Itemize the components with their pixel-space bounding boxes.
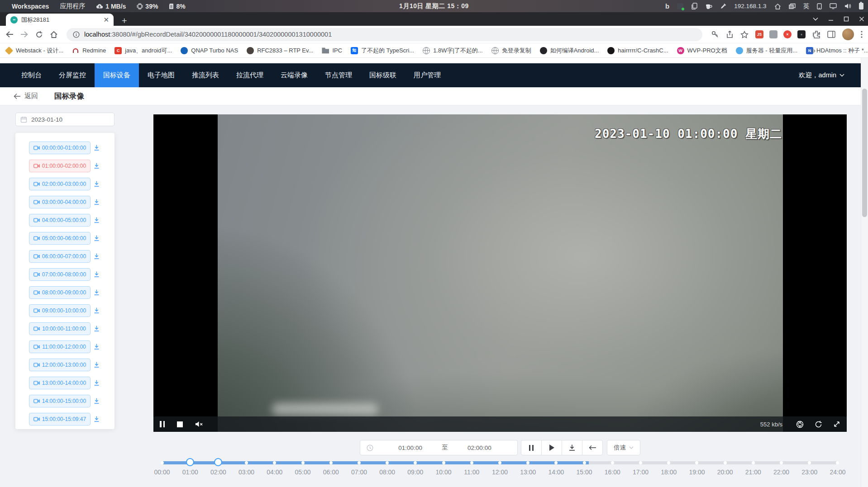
record-time-button[interactable]: 09:00:00-10:00:00: [29, 304, 91, 317]
ime-indicator[interactable]: 英: [803, 2, 810, 10]
record-download-button[interactable]: [93, 379, 100, 386]
record-download-button[interactable]: [93, 361, 100, 368]
key-icon[interactable]: [711, 30, 719, 38]
video-player[interactable]: 2023-01-10 01:00:00 星期二 552 kb/s: [153, 114, 847, 432]
record-time-button[interactable]: 03:00:00-04:00:00: [29, 196, 91, 208]
bookmark[interactable]: 服务器 - 轻量应用...: [736, 47, 797, 55]
applications-menu[interactable]: 应用程序: [60, 2, 85, 10]
pause-button[interactable]: [521, 440, 542, 455]
nav-tab[interactable]: 节点管理: [316, 63, 361, 87]
end-time-value[interactable]: 02:00:00: [448, 444, 511, 451]
record-download-button[interactable]: [93, 144, 100, 151]
nav-tab[interactable]: 云端录像: [272, 63, 316, 87]
site-info-icon[interactable]: [73, 31, 80, 38]
nav-tab[interactable]: 控制台: [13, 63, 50, 87]
record-time-button[interactable]: 02:00:00-03:00:00: [29, 178, 91, 190]
bookmark[interactable]: 如何编译Android...: [540, 47, 599, 55]
color-picker-icon[interactable]: [720, 3, 726, 9]
nav-tab[interactable]: 电子地图: [139, 63, 183, 87]
record-download-button[interactable]: [93, 180, 100, 187]
bookmark[interactable]: 免登录复制: [491, 47, 531, 55]
player-pause-icon[interactable]: [160, 421, 165, 427]
start-time-value[interactable]: 01:00:00: [379, 444, 442, 451]
volume-icon[interactable]: [844, 3, 851, 9]
record-download-button[interactable]: [93, 199, 100, 205]
bookmark[interactable]: Webstack - 设计...: [5, 47, 63, 55]
snapshot-aperture-icon[interactable]: [796, 421, 804, 428]
download-button[interactable]: [562, 440, 582, 455]
bookmarks-overflow-chevron[interactable]: »: [811, 47, 816, 55]
nav-tab[interactable]: 分屏监控: [50, 63, 95, 87]
record-time-button[interactable]: 08:00:00-09:00:00: [29, 286, 91, 299]
page-scrollbar[interactable]: [861, 58, 868, 487]
bookmark[interactable]: W WVP-PRO文档: [677, 47, 727, 55]
play-button[interactable]: [541, 440, 562, 455]
bookmark[interactable]: RFC2833 – RTP Ev...: [247, 47, 313, 54]
workspaces-button[interactable]: Workspaces: [12, 3, 49, 10]
record-time-button[interactable]: 12:00:00-13:00:00: [29, 359, 91, 371]
time-range-input[interactable]: 01:00:00 至 02:00:00: [360, 440, 518, 455]
forward-icon[interactable]: [20, 31, 29, 38]
nav-tab[interactable]: 推流列表: [183, 63, 228, 87]
record-time-button[interactable]: 06:00:00-07:00:00: [29, 250, 91, 263]
bookmark[interactable]: 知 了不起的 TypeScri...: [351, 47, 414, 55]
profile-avatar[interactable]: [842, 28, 854, 40]
ip-address[interactable]: 192.168.1.3: [734, 3, 766, 9]
record-time-button[interactable]: 01:00:00-02:00:00: [29, 160, 91, 172]
timeline-handle-start[interactable]: [186, 458, 194, 466]
share-icon[interactable]: [726, 31, 734, 38]
bookmark[interactable]: Redmine: [72, 47, 106, 54]
record-time-button[interactable]: 05:00:00-06:00:00: [29, 232, 91, 245]
record-download-button[interactable]: [93, 289, 100, 296]
nav-tab[interactable]: 国标设备: [95, 63, 139, 87]
back-icon[interactable]: [5, 31, 14, 38]
browser-tab[interactable]: ∞ 国标28181 ✕: [6, 14, 114, 26]
extension-icon[interactable]: [769, 30, 777, 38]
scrollbar-thumb[interactable]: [862, 89, 867, 217]
record-download-button[interactable]: [93, 217, 100, 223]
battery-icon[interactable]: [859, 3, 863, 9]
record-download-button[interactable]: [93, 271, 100, 278]
nav-tab[interactable]: 拉流代理: [228, 63, 272, 87]
bookmark[interactable]: IPC: [322, 47, 342, 54]
tablet-icon[interactable]: [817, 3, 822, 9]
extension-icon[interactable]: JS: [755, 30, 763, 38]
window-maximize-icon[interactable]: [844, 16, 849, 22]
record-time-button[interactable]: 14:00:00-15:00:00: [29, 395, 91, 407]
home-button-icon[interactable]: [50, 31, 58, 38]
record-download-button[interactable]: [93, 397, 100, 404]
bookmark[interactable]: C java、android可...: [114, 47, 172, 55]
player-stop-icon[interactable]: [177, 421, 183, 427]
nav-tab[interactable]: 国标级联: [361, 63, 405, 87]
player-mute-icon[interactable]: [195, 421, 203, 427]
user-welcome[interactable]: 欢迎，admin: [799, 63, 861, 87]
clock[interactable]: 1月10日 星期二 15：09: [399, 2, 469, 10]
clipboard-icon[interactable]: [691, 3, 697, 9]
refresh-icon[interactable]: [815, 421, 822, 428]
seek-back-button[interactable]: [582, 440, 603, 455]
speed-dropdown[interactable]: 倍速: [607, 440, 640, 455]
extension-icon[interactable]: ▫: [797, 30, 806, 38]
date-picker-input[interactable]: 2023-01-10: [15, 113, 114, 126]
record-download-button[interactable]: [93, 162, 100, 169]
new-tab-button[interactable]: ＋: [120, 16, 129, 24]
record-time-button[interactable]: 10:00:00-11:00:00: [29, 322, 91, 335]
extension-icon[interactable]: ×: [783, 30, 792, 38]
window-minimize-icon[interactable]: [828, 16, 834, 22]
side-panel-icon[interactable]: [827, 31, 835, 38]
home-icon[interactable]: [774, 3, 781, 9]
record-time-button[interactable]: 00:00:00-01:00:00: [29, 142, 91, 154]
tab-close-icon[interactable]: ✕: [103, 16, 109, 23]
url-bar[interactable]: localhost:38080/#/gbRecordDetail/3402000…: [67, 28, 702, 41]
nav-tab[interactable]: 用户管理: [405, 63, 449, 87]
bookmark[interactable]: hairrrrr/C-CrashC...: [607, 47, 668, 54]
record-download-button[interactable]: [93, 416, 100, 422]
record-download-button[interactable]: [93, 325, 100, 332]
puzzle-extensions-icon[interactable]: [812, 30, 820, 38]
back-button[interactable]: 返回: [14, 92, 38, 100]
reload-icon[interactable]: [35, 31, 43, 38]
bookmark[interactable]: 1.8W字|了不起的...: [423, 47, 483, 55]
record-time-button[interactable]: 04:00:00-05:00:00: [29, 214, 91, 227]
timeline-handle-end[interactable]: [214, 458, 222, 466]
window-close-icon[interactable]: [859, 16, 864, 22]
